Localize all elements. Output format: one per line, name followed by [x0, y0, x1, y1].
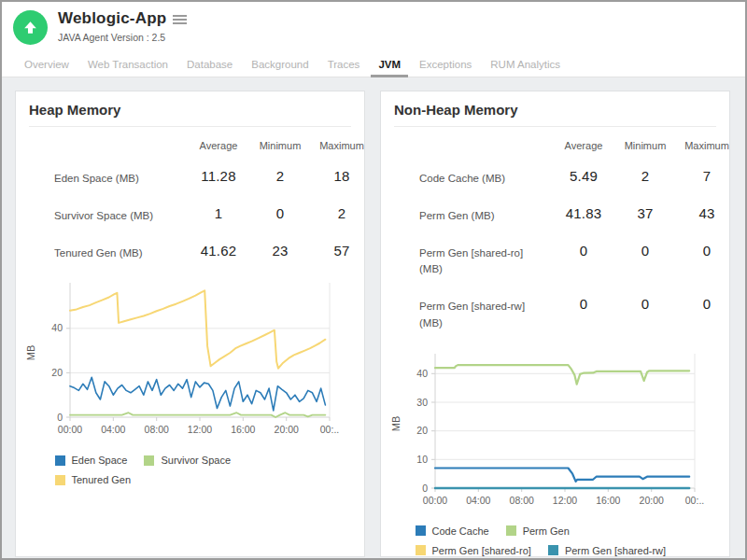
- legend-item-tenured-gen[interactable]: Tenured Gen: [55, 474, 132, 485]
- non-heap-panel-title: Non-Heap Memory: [381, 102, 729, 126]
- svg-text:30: 30: [416, 396, 428, 407]
- legend-item-code-cache[interactable]: Code Cache: [416, 525, 489, 537]
- metric-label: Perm Gen [shared-ro] (MB): [381, 243, 553, 279]
- table-row: Perm Gen [shared-rw] (MB) 0 0 0: [381, 287, 729, 341]
- non-heap-metrics-table: Average Minimum Maximum Code Cache (MB) …: [381, 136, 729, 341]
- metric-average: 41.83: [553, 205, 614, 221]
- svg-text:20: 20: [51, 367, 63, 378]
- metric-average: 11.28: [188, 168, 249, 184]
- eden-space-swatch-icon: [55, 455, 65, 466]
- metric-maximum: 0: [676, 243, 730, 259]
- svg-text:10: 10: [416, 454, 428, 465]
- svg-text:08:00: 08:00: [145, 424, 169, 435]
- agent-version-label: JAVA Agent Version : 2.5: [58, 32, 187, 43]
- page-title: Weblogic-App: [58, 9, 166, 28]
- table-header-row: Average Minimum Maximum: [16, 136, 364, 155]
- svg-text:20:00: 20:00: [640, 495, 664, 506]
- metric-minimum: 2: [614, 168, 676, 184]
- survivor-space-swatch-icon: [144, 455, 154, 466]
- column-minimum: Minimum: [249, 136, 311, 155]
- svg-text:16:00: 16:00: [231, 424, 255, 435]
- metric-maximum: 7: [676, 168, 730, 184]
- non-heap-memory-chart[interactable]: 01020304000:0004:0008:0012:0016:0020:000…: [387, 350, 704, 511]
- svg-text:12:00: 12:00: [553, 495, 577, 506]
- hamburger-menu-icon[interactable]: [173, 13, 187, 26]
- perm-gen-swatch-icon: [506, 525, 516, 536]
- legend-item-survivor-space[interactable]: Survivor Space: [144, 455, 231, 466]
- svg-text:40: 40: [416, 368, 428, 379]
- column-maximum: Maximum: [311, 136, 365, 155]
- metric-minimum: 23: [249, 243, 311, 259]
- svg-text:MB: MB: [25, 345, 36, 361]
- non-heap-chart-legend: Code Cache Perm Gen Perm Gen [shared-ro]…: [416, 525, 696, 557]
- metric-average: 0: [553, 296, 614, 312]
- metric-average: 0: [553, 243, 614, 259]
- tab-rum-analytics[interactable]: RUM Analytics: [481, 53, 570, 77]
- app-header: Weblogic-App JAVA Agent Version : 2.5 Ov…: [2, 2, 745, 77]
- up-arrow-icon: [21, 19, 39, 36]
- tab-web-transaction[interactable]: Web Transaction: [78, 53, 177, 77]
- column-average: Average: [553, 136, 614, 155]
- tenured-gen-swatch-icon: [55, 475, 65, 485]
- table-row: Perm Gen (MB) 41.83 37 43: [381, 196, 729, 233]
- divider: [29, 126, 351, 127]
- svg-text:16:00: 16:00: [596, 495, 620, 506]
- metric-average: 1: [188, 205, 249, 221]
- heap-metrics-table: Average Minimum Maximum Eden Space (MB) …: [16, 136, 364, 270]
- svg-text:20: 20: [416, 425, 428, 436]
- column-minimum: Minimum: [614, 136, 676, 155]
- metric-label: Tenured Gen (MB): [16, 243, 188, 262]
- column-maximum: Maximum: [676, 136, 730, 155]
- metric-minimum: 0: [614, 243, 676, 259]
- metric-maximum: 2: [311, 205, 365, 221]
- table-row: Eden Space (MB) 11.28 2 18: [16, 159, 364, 196]
- heap-chart-legend: Eden Space Survivor Space Tenured Gen: [55, 455, 326, 494]
- tab-database[interactable]: Database: [177, 53, 242, 77]
- svg-text:0: 0: [57, 412, 63, 423]
- table-header-row: Average Minimum Maximum: [381, 136, 729, 155]
- metric-label: Eden Space (MB): [16, 168, 188, 188]
- metric-maximum: 18: [311, 168, 365, 184]
- perm-gen-shared-ro-swatch-icon: [416, 545, 426, 555]
- svg-text:00:00: 00:00: [58, 424, 82, 435]
- svg-text:MB: MB: [390, 416, 402, 432]
- legend-item-perm-gen-shared-ro[interactable]: Perm Gen [shared-ro]: [416, 545, 531, 556]
- table-row: Tenured Gen (MB) 41.62 23 57: [16, 233, 364, 271]
- metric-label: Perm Gen [shared-rw] (MB): [381, 296, 553, 332]
- tab-jvm[interactable]: JVM: [369, 53, 410, 77]
- tab-exceptions[interactable]: Exceptions: [410, 53, 481, 77]
- table-row: Code Cache (MB) 5.49 2 7: [381, 159, 729, 196]
- metric-label: Perm Gen (MB): [381, 205, 553, 225]
- heap-memory-panel: Heap Memory Average Minimum Maximum Eden…: [15, 91, 365, 557]
- tab-traces[interactable]: Traces: [318, 53, 370, 77]
- column-average: Average: [188, 136, 249, 155]
- svg-text:40: 40: [51, 323, 63, 334]
- metric-average: 41.62: [188, 243, 249, 259]
- divider: [394, 126, 716, 127]
- metric-maximum: 43: [676, 205, 730, 221]
- metric-minimum: 0: [614, 296, 676, 312]
- metric-maximum: 57: [311, 243, 365, 259]
- svg-text:00:00: 00:00: [423, 495, 447, 506]
- metric-minimum: 37: [614, 205, 676, 221]
- svg-text:08:00: 08:00: [510, 495, 534, 506]
- svg-text:04:00: 04:00: [101, 424, 125, 435]
- tab-background[interactable]: Background: [242, 53, 317, 77]
- legend-item-perm-gen-shared-rw[interactable]: Perm Gen [shared-rw]: [548, 545, 666, 556]
- metric-maximum: 0: [676, 296, 730, 312]
- metric-label: Survivor Space (MB): [16, 205, 188, 225]
- heap-memory-chart[interactable]: 0204000:0004:0008:0012:0016:0020:0000:..…: [21, 279, 339, 440]
- svg-text:04:00: 04:00: [466, 495, 490, 506]
- legend-item-eden-space[interactable]: Eden Space: [55, 455, 128, 466]
- table-row: Survivor Space (MB) 1 0 2: [16, 196, 364, 233]
- non-heap-memory-panel: Non-Heap Memory Average Minimum Maximum …: [380, 91, 730, 557]
- heap-panel-title: Heap Memory: [16, 102, 364, 126]
- metric-minimum: 0: [249, 205, 311, 221]
- svg-text:20:00: 20:00: [275, 424, 299, 435]
- legend-item-perm-gen[interactable]: Perm Gen: [506, 525, 570, 537]
- svg-text:00:..: 00:..: [685, 495, 704, 506]
- svg-text:12:00: 12:00: [188, 424, 212, 435]
- svg-text:00:..: 00:..: [320, 424, 339, 435]
- tab-overview[interactable]: Overview: [15, 53, 78, 77]
- app-status-icon: [13, 10, 48, 45]
